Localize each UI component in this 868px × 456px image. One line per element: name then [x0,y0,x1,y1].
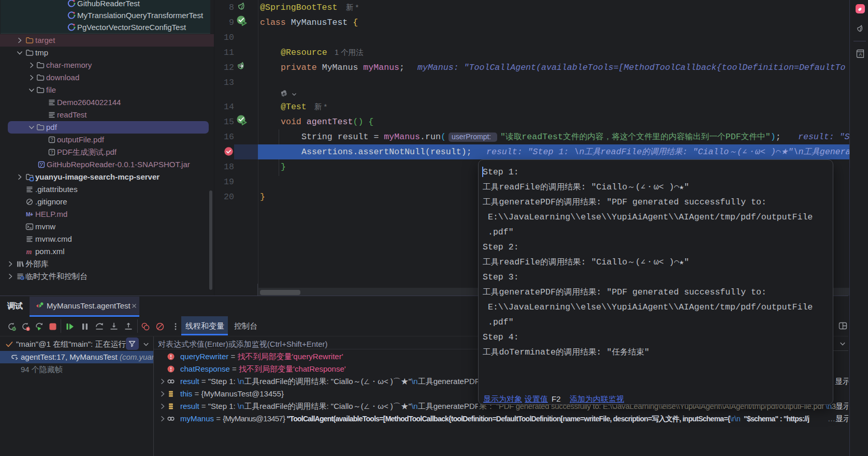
svg-text:m: m [26,248,32,256]
svg-text:M: M [26,211,31,217]
svg-text:?: ? [50,150,53,155]
svg-text:?: ? [50,137,53,142]
svg-text:A: A [859,52,862,57]
